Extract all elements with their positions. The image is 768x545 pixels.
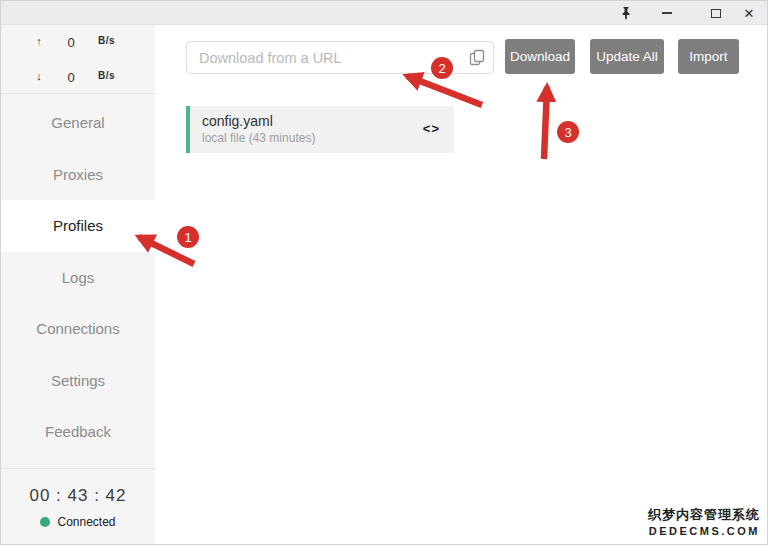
sidebar-item-connections[interactable]: Connections xyxy=(1,303,155,355)
download-speed-row: ↓ 0 B/s xyxy=(1,70,155,86)
sidebar-nav: General Proxies Profiles Logs Connection… xyxy=(1,97,155,458)
pin-icon xyxy=(619,6,633,20)
profile-card[interactable]: config.yaml local file (43 minutes) <> xyxy=(186,106,454,153)
download-button[interactable]: Download xyxy=(505,39,575,74)
import-button[interactable]: Import xyxy=(678,39,739,74)
connected-dot-icon xyxy=(40,517,50,527)
upload-speed-row: ↑ 0 B/s xyxy=(1,35,155,51)
download-speed-unit: B/s xyxy=(98,70,128,81)
profile-meta: local file (43 minutes) xyxy=(202,131,454,145)
download-speed-value: 0 xyxy=(57,70,85,85)
update-all-button[interactable]: Update All xyxy=(590,39,664,74)
uptime-timer: 00 : 43 : 42 xyxy=(1,486,155,506)
watermark: 织梦内容管理系统 DEDECMS.COM xyxy=(648,506,760,537)
download-arrow-icon: ↓ xyxy=(32,70,46,82)
edit-code-icon[interactable]: <> xyxy=(423,121,440,136)
upload-arrow-icon: ↑ xyxy=(32,35,46,47)
minimize-button[interactable] xyxy=(650,1,684,25)
step-number-1: 1 xyxy=(184,230,191,245)
annotation-arrow-2 xyxy=(407,76,482,105)
upload-speed-unit: B/s xyxy=(98,35,128,46)
watermark-line1: 织梦内容管理系统 xyxy=(648,506,760,524)
annotation-arrow-3 xyxy=(544,87,547,159)
upload-speed-value: 0 xyxy=(57,35,85,50)
watermark-line2: DEDECMS.COM xyxy=(648,525,760,537)
connection-status: Connected xyxy=(1,515,155,529)
pin-button[interactable] xyxy=(609,1,643,25)
step-number-3: 3 xyxy=(564,125,571,140)
paste-clipboard-icon[interactable] xyxy=(469,49,486,66)
step-badge-3 xyxy=(557,121,579,143)
title-bar: ✕ xyxy=(1,1,767,25)
connection-panel: 00 : 43 : 42 Connected xyxy=(1,468,155,545)
close-button[interactable]: ✕ xyxy=(732,1,766,25)
sidebar-item-proxies[interactable]: Proxies xyxy=(1,149,155,201)
sidebar-item-general[interactable]: General xyxy=(1,97,155,149)
step-badge-1 xyxy=(177,226,199,248)
minimize-icon xyxy=(662,12,672,14)
app-window: ✕ ↑ 0 B/s ↓ 0 B/s General Proxies Profil… xyxy=(0,0,768,545)
traffic-stats: ↑ 0 B/s ↓ 0 B/s xyxy=(1,25,155,94)
sidebar-item-settings[interactable]: Settings xyxy=(1,355,155,407)
sidebar-item-feedback[interactable]: Feedback xyxy=(1,406,155,458)
maximize-icon xyxy=(711,9,721,18)
profile-name: config.yaml xyxy=(202,113,454,129)
maximize-button[interactable] xyxy=(699,1,733,25)
url-input[interactable] xyxy=(186,41,494,74)
close-icon: ✕ xyxy=(744,7,755,20)
connection-status-label: Connected xyxy=(57,515,115,529)
sidebar-item-logs[interactable]: Logs xyxy=(1,252,155,304)
sidebar-item-profiles[interactable]: Profiles xyxy=(1,200,155,252)
sidebar: ↑ 0 B/s ↓ 0 B/s General Proxies Profiles… xyxy=(1,25,155,545)
